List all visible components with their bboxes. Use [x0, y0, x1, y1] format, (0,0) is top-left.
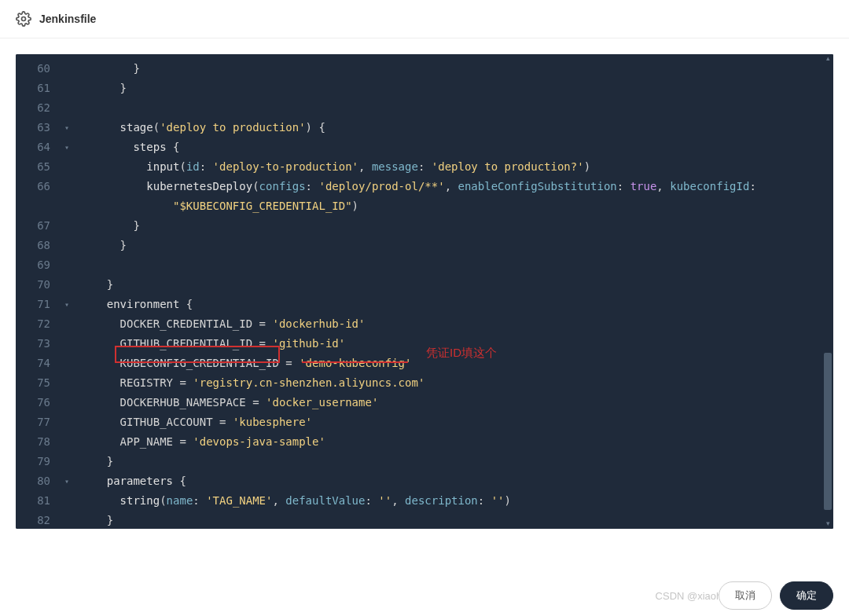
footer: 取消 确定	[719, 581, 833, 610]
highlight-box	[115, 346, 280, 363]
code-area[interactable]: 凭证ID填这个 } } stage('deploy to production'…	[74, 54, 833, 529]
header: Jenkinsfile	[0, 0, 849, 38]
underline	[302, 361, 408, 363]
fold-gutter[interactable]: ▾▾▾▾	[60, 54, 74, 529]
line-gutter: 6061626364656667686970717273747576777879…	[16, 54, 60, 529]
scrollbar-thumb[interactable]	[824, 353, 832, 510]
code-editor[interactable]: 6061626364656667686970717273747576777879…	[16, 54, 833, 529]
annotation-text: 凭证ID填这个	[426, 346, 497, 361]
confirm-button[interactable]: 确定	[780, 581, 833, 610]
gear-icon	[16, 11, 31, 27]
scroll-up-icon[interactable]: ▴	[824, 54, 832, 64]
divider	[0, 38, 849, 38]
cancel-button[interactable]: 取消	[719, 581, 772, 610]
vertical-scrollbar[interactable]: ▴ ▾	[822, 54, 833, 529]
file-name: Jenkinsfile	[39, 13, 96, 25]
scroll-down-icon[interactable]: ▾	[824, 519, 832, 529]
svg-point-0	[22, 17, 26, 21]
